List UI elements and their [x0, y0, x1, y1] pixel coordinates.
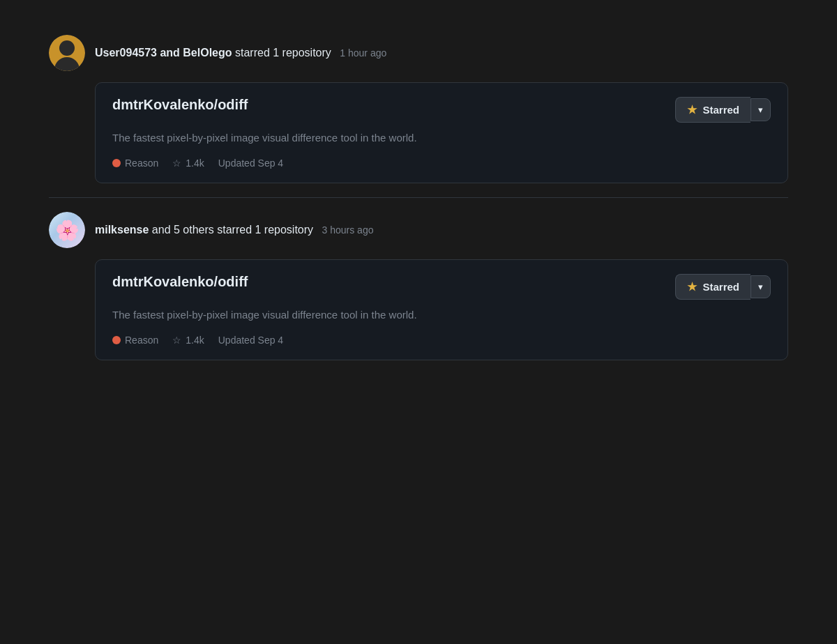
- repo-description-1: The fastest pixel-by-pixel image visual …: [112, 130, 531, 146]
- star-count-icon-2: ☆: [172, 335, 181, 346]
- repo-card-2: dmtrKovalenko/odiff ★ Starred ▾ The fast…: [95, 259, 788, 360]
- language-label-1: Reason: [125, 158, 158, 169]
- feed-item-2: 🌸 milksense and 5 others starred 1 repos…: [49, 197, 788, 374]
- starred-dropdown-1[interactable]: ▾: [751, 98, 771, 121]
- username-2[interactable]: milksense: [95, 224, 149, 236]
- chevron-down-icon-1: ▾: [758, 105, 763, 115]
- star-count-icon-1: ☆: [172, 158, 181, 169]
- repo-meta-1: Reason ☆ 1.4k Updated Sep 4: [112, 158, 771, 169]
- starred-button-2[interactable]: ★ Starred: [675, 274, 751, 300]
- avatar-2: 🌸: [49, 212, 85, 248]
- feed-header-2: 🌸 milksense and 5 others starred 1 repos…: [49, 212, 788, 248]
- stars-item-2: ☆ 1.4k: [172, 335, 204, 346]
- feed-item-1: User094573 and BelOlego starred 1 reposi…: [49, 21, 788, 197]
- star-icon-1: ★: [687, 103, 697, 116]
- language-item-2: Reason: [112, 335, 158, 346]
- starred-button-1[interactable]: ★ Starred: [675, 97, 751, 123]
- feed-headline-2: milksense and 5 others starred 1 reposit…: [95, 222, 373, 238]
- silhouette-body: [54, 57, 80, 71]
- stars-item-1: ☆ 1.4k: [172, 158, 204, 169]
- star-icon-2: ★: [687, 280, 697, 293]
- avatar-anime: 🌸: [49, 212, 85, 248]
- repo-name-1[interactable]: dmtrKovalenko/odiff: [112, 97, 248, 113]
- starred-btn-group-1: ★ Starred ▾: [675, 97, 771, 123]
- feed-container: User094573 and BelOlego starred 1 reposi…: [35, 14, 802, 381]
- silhouette-head: [59, 40, 75, 56]
- language-item-1: Reason: [112, 158, 158, 169]
- repo-card-1: dmtrKovalenko/odiff ★ Starred ▾ The fast…: [95, 82, 788, 183]
- avatar-silhouette: [49, 35, 85, 71]
- starred-dropdown-2[interactable]: ▾: [751, 275, 771, 298]
- starred-btn-group-2: ★ Starred ▾: [675, 274, 771, 300]
- language-dot-1: [112, 159, 121, 167]
- starred-label-1: Starred: [702, 104, 739, 116]
- repo-name-2[interactable]: dmtrKovalenko/odiff: [112, 274, 248, 290]
- action-label-1: starred 1 repository: [235, 47, 331, 59]
- action-label-2: and 5 others starred 1 repository: [152, 224, 313, 236]
- timestamp-2: 3 hours ago: [322, 224, 374, 236]
- repo-card-header-2: dmtrKovalenko/odiff ★ Starred ▾: [112, 274, 771, 300]
- repo-meta-2: Reason ☆ 1.4k Updated Sep 4: [112, 335, 771, 346]
- language-label-2: Reason: [125, 335, 158, 346]
- feed-header-1: User094573 and BelOlego starred 1 reposi…: [49, 35, 788, 71]
- username-1[interactable]: User094573 and BelOlego: [95, 47, 232, 59]
- updated-text-1: Updated Sep 4: [218, 158, 283, 169]
- repo-card-header-1: dmtrKovalenko/odiff ★ Starred ▾: [112, 97, 771, 123]
- star-count-1: 1.4k: [186, 158, 204, 169]
- star-count-2: 1.4k: [186, 335, 204, 346]
- avatar-1: [49, 35, 85, 71]
- chevron-down-icon-2: ▾: [758, 282, 763, 292]
- timestamp-1: 1 hour ago: [340, 47, 386, 59]
- repo-description-2: The fastest pixel-by-pixel image visual …: [112, 307, 531, 323]
- language-dot-2: [112, 336, 121, 344]
- feed-headline-1: User094573 and BelOlego starred 1 reposi…: [95, 45, 386, 61]
- starred-label-2: Starred: [702, 281, 739, 293]
- updated-text-2: Updated Sep 4: [218, 335, 283, 346]
